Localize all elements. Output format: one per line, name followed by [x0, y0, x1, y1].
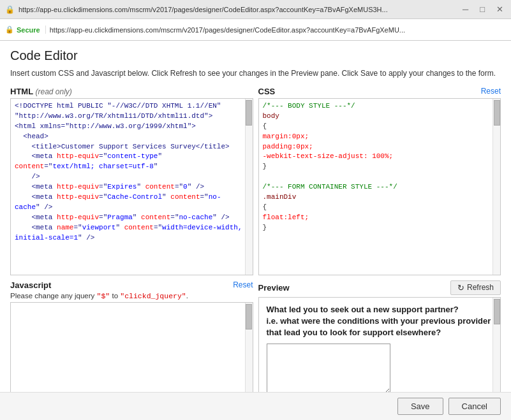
js-section-header: Javascript Reset [10, 280, 253, 290]
css-section: CSS Reset /*--- BODY STYLE ---*/ body { … [258, 87, 501, 275]
minimize-button[interactable]: ─ [460, 4, 471, 14]
js-reset-link[interactable]: Reset [233, 280, 253, 289]
browser-titlebar: 🔒 https://app-eu.clickdimensions.com/msc… [0, 0, 511, 19]
preview-scrollbar-thumb[interactable] [494, 299, 500, 324]
preview-box: What led you to seek out a new support p… [258, 297, 501, 406]
js-instruction: Please change any jquery "$" to "clickd_… [10, 292, 253, 300]
refresh-button[interactable]: ↻ Refresh [450, 280, 501, 295]
js-section: Javascript Reset Please change any jquer… [10, 280, 253, 406]
css-section-title: CSS [258, 87, 276, 96]
instruction-text: Insert custom CSS and Javascript below. … [10, 68, 501, 79]
page-title: Code Editor [10, 48, 501, 63]
main-content: Code Editor Insert custom CSS and Javasc… [0, 41, 511, 420]
js-scrollbar-thumb[interactable] [246, 304, 252, 329]
titlebar-controls: ─ □ ✕ [460, 4, 506, 14]
secure-label: Secure [17, 26, 40, 34]
right-panel: CSS Reset /*--- BODY STYLE ---*/ body { … [258, 87, 501, 406]
close-button[interactable]: ✕ [494, 4, 506, 14]
editor-layout: HTML (read only) <!DOCTYPE html PUBLIC "… [10, 87, 501, 406]
js-code-box [10, 302, 253, 406]
save-button[interactable]: Save [397, 398, 443, 415]
titlebar-url: https://app-eu.clickdimensions.com/mscrm… [19, 6, 388, 13]
preview-section: Preview ↻ Refresh What led you to seek o… [258, 280, 501, 406]
css-scrollbar[interactable] [492, 99, 500, 275]
lock-small-icon: 🔒 [5, 25, 14, 34]
html-section-header: HTML (read only) [10, 87, 253, 96]
css-section-header: CSS Reset [258, 87, 501, 96]
css-code-content[interactable]: /*--- BODY STYLE ---*/ body { margin:0px… [259, 99, 501, 275]
jquery-ref: "$" [97, 292, 110, 300]
html-code-box: <!DOCTYPE html PUBLIC "-//W3C//DTD XHTML… [10, 98, 253, 275]
html-code-content: <!DOCTYPE html PUBLIC "-//W3C//DTD XHTML… [11, 99, 253, 275]
secure-indicator: 🔒 Secure [5, 25, 46, 34]
preview-header: Preview ↻ Refresh [258, 280, 501, 295]
js-section-title: Javascript [10, 280, 51, 290]
titlebar-left: 🔒 https://app-eu.clickdimensions.com/msc… [5, 5, 460, 14]
css-scrollbar-thumb[interactable] [494, 100, 500, 126]
css-reset-link[interactable]: Reset [481, 87, 501, 96]
clickd-ref: "clickd_jquery" [120, 292, 186, 300]
lock-icon: 🔒 [5, 5, 15, 14]
refresh-icon: ↻ [457, 283, 464, 293]
preview-question: What led you to seek out a new support p… [267, 305, 491, 337]
css-code-box: /*--- BODY STYLE ---*/ body { margin:0px… [258, 98, 501, 275]
page-wrapper: 🔒 https://app-eu.clickdimensions.com/msc… [0, 0, 511, 420]
browser-addressbar: 🔒 Secure https://app-eu.clickdimensions.… [0, 19, 511, 41]
preview-content: What led you to seek out a new support p… [259, 298, 501, 402]
html-scrollbar-thumb[interactable] [246, 100, 252, 126]
html-scrollbar[interactable] [245, 99, 253, 275]
bottom-toolbar: Save Cancel [0, 392, 511, 420]
maximize-button[interactable]: □ [477, 4, 487, 14]
js-scrollbar[interactable] [245, 303, 253, 405]
js-textarea[interactable] [11, 303, 253, 405]
cancel-button[interactable]: Cancel [448, 398, 501, 415]
address-url[interactable]: https://app-eu.clickdimensions.com/mscrm… [50, 26, 506, 34]
preview-section-title: Preview [258, 283, 290, 293]
preview-textarea[interactable] [267, 344, 391, 395]
refresh-label: Refresh [467, 283, 494, 292]
html-section-title: HTML (read only) [10, 87, 72, 96]
html-section: HTML (read only) <!DOCTYPE html PUBLIC "… [10, 87, 253, 275]
left-panel: HTML (read only) <!DOCTYPE html PUBLIC "… [10, 87, 253, 406]
preview-scrollbar[interactable] [492, 298, 500, 405]
readonly-label: (read only) [36, 87, 72, 96]
